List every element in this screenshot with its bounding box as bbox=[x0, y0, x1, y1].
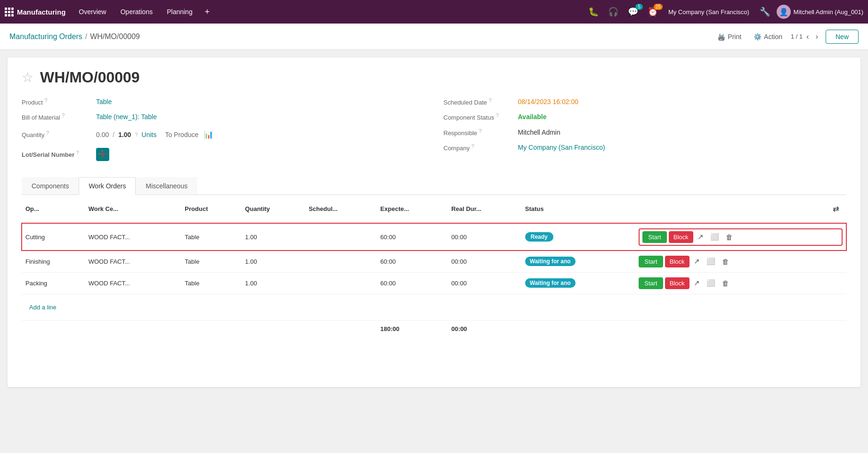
col-expected: Expecte... bbox=[377, 195, 448, 223]
user-menu[interactable]: 👤 Mitchell Admin (Aug_001) bbox=[777, 5, 863, 19]
tabs: Components Work Orders Miscellaneous bbox=[22, 177, 846, 195]
row1-delete-icon[interactable]: 🗑 bbox=[723, 232, 735, 243]
company-value[interactable]: My Company (San Francisco) bbox=[518, 144, 605, 151]
component-status-label: Component Status ? bbox=[444, 113, 514, 121]
row1-block-button[interactable]: Block bbox=[669, 231, 693, 243]
row1-product[interactable]: Table bbox=[181, 223, 241, 251]
col-operation: Op... bbox=[22, 195, 85, 223]
scheduled-date-value[interactable]: 08/14/2023 16:02:00 bbox=[518, 98, 578, 105]
row3-tablet-icon[interactable]: ⬜ bbox=[704, 277, 718, 289]
grid-icon bbox=[5, 8, 13, 16]
lot-field-row: Lot/Serial Number ? ➕ bbox=[22, 148, 425, 161]
totals-empty2 bbox=[521, 320, 846, 337]
row3-work-center[interactable]: WOOD FACT... bbox=[85, 272, 181, 294]
responsible-label: Responsible ? bbox=[444, 128, 514, 137]
next-record-button[interactable]: › bbox=[813, 31, 821, 43]
row1-external-link-icon[interactable]: ↗ bbox=[695, 231, 706, 243]
status-waiting-badge-3: Waiting for ano bbox=[525, 278, 576, 288]
col-actions: ⇄ bbox=[635, 195, 846, 223]
col-quantity: Quantity bbox=[241, 195, 305, 223]
action-label: Action bbox=[764, 33, 782, 40]
print-button[interactable]: 🖨️ Print bbox=[714, 31, 745, 42]
row3-delete-icon[interactable]: 🗑 bbox=[720, 278, 731, 289]
row3-action-cell: Start Block ↗ ⬜ 🗑 bbox=[639, 277, 843, 289]
app-brand[interactable]: Manufacturing bbox=[5, 8, 65, 16]
qty-label: Quantity ? bbox=[22, 130, 92, 138]
row2-operation[interactable]: Finishing bbox=[22, 251, 85, 272]
row3-operation[interactable]: Packing bbox=[22, 272, 85, 294]
qty-produced[interactable]: 0.00 bbox=[96, 131, 109, 138]
form-left-col: Product ? Table Bill of Material ? Table… bbox=[22, 97, 425, 168]
row1-scheduled bbox=[305, 223, 376, 251]
row2-external-link-icon[interactable]: ↗ bbox=[691, 256, 702, 267]
tab-components[interactable]: Components bbox=[22, 177, 79, 194]
main-content: ☆ WH/MO/00009 Product ? Table Bill of Ma… bbox=[8, 57, 860, 387]
row1-work-center[interactable]: WOOD FACT... bbox=[85, 223, 181, 251]
messaging-icon[interactable]: 💬 5 bbox=[625, 5, 641, 19]
table-settings-icon[interactable]: ⇄ bbox=[829, 200, 843, 218]
row2-tablet-icon[interactable]: ⬜ bbox=[704, 256, 718, 267]
col-work-center: Work Ce... bbox=[85, 195, 181, 223]
row3-block-button[interactable]: Block bbox=[665, 277, 690, 289]
row3-start-button[interactable]: Start bbox=[639, 277, 663, 289]
prev-record-button[interactable]: ‹ bbox=[803, 31, 811, 43]
settings-icon[interactable]: 🔧 bbox=[757, 5, 773, 19]
add-line-row: Add a line bbox=[22, 294, 846, 320]
action-button[interactable]: ⚙️ Action bbox=[750, 31, 786, 42]
qty-separator: / bbox=[113, 131, 114, 138]
navbar: Manufacturing Overview Operations Planni… bbox=[0, 0, 868, 24]
bom-field-row: Bill of Material ? Table (new_1): Table bbox=[22, 113, 425, 121]
lot-add-button[interactable]: ➕ bbox=[96, 148, 109, 161]
qty-help: ? bbox=[46, 130, 49, 136]
row1-expected: 60:00 bbox=[377, 223, 448, 251]
bom-value[interactable]: Table (new_1): Table bbox=[96, 113, 157, 121]
nav-overview[interactable]: Overview bbox=[73, 5, 112, 18]
lot-label: Lot/Serial Number ? bbox=[22, 150, 92, 158]
debug-icon[interactable]: 🐛 bbox=[585, 5, 601, 19]
component-status-value: Available bbox=[518, 113, 547, 121]
support-icon[interactable]: 🎧 bbox=[605, 5, 621, 19]
company-label: Company ? bbox=[444, 143, 514, 152]
forecast-icon[interactable]: 📊 bbox=[202, 128, 215, 141]
qty-unit[interactable]: Units bbox=[142, 131, 157, 138]
nav-add-button[interactable]: + bbox=[201, 5, 214, 19]
form-title-row: ☆ WH/MO/00009 bbox=[22, 69, 846, 86]
row1-start-button[interactable]: Start bbox=[642, 231, 666, 243]
nav-planning[interactable]: Planning bbox=[161, 5, 198, 18]
totals-empty bbox=[22, 320, 377, 337]
tab-work-orders[interactable]: Work Orders bbox=[79, 177, 136, 195]
row2-block-button[interactable]: Block bbox=[665, 256, 690, 267]
row3-external-link-icon[interactable]: ↗ bbox=[691, 277, 702, 289]
responsible-value[interactable]: Mitchell Admin bbox=[518, 129, 560, 136]
new-button[interactable]: New bbox=[826, 30, 859, 44]
bom-help: ? bbox=[62, 113, 65, 118]
nav-operations[interactable]: Operations bbox=[115, 5, 158, 18]
row3-quantity[interactable]: 1.00 bbox=[241, 272, 305, 294]
row1-tablet-icon[interactable]: ⬜ bbox=[708, 231, 722, 243]
breadcrumb-actions: 🖨️ Print ⚙️ Action 1 / 1 ‹ › New bbox=[714, 30, 859, 44]
product-help: ? bbox=[44, 97, 47, 103]
row2-action-cell: Start Block ↗ ⬜ 🗑 bbox=[639, 256, 843, 267]
status-ready-badge: Ready bbox=[525, 232, 553, 242]
row2-product[interactable]: Table bbox=[181, 251, 241, 272]
row3-product[interactable]: Table bbox=[181, 272, 241, 294]
product-value[interactable]: Table bbox=[96, 98, 112, 105]
scheduled-date-label: Scheduled Date ? bbox=[444, 97, 514, 106]
row2-delete-icon[interactable]: 🗑 bbox=[720, 256, 731, 267]
responsible-field-row: Responsible ? Mitchell Admin bbox=[444, 128, 847, 137]
form-right-col: Scheduled Date ? 08/14/2023 16:02:00 Com… bbox=[444, 97, 847, 168]
gear-icon: ⚙️ bbox=[754, 33, 762, 40]
add-line-button[interactable]: Add a line bbox=[25, 299, 60, 315]
qty-total[interactable]: 1.00 bbox=[118, 131, 131, 138]
row2-work-center[interactable]: WOOD FACT... bbox=[85, 251, 181, 272]
messaging-badge: 5 bbox=[635, 4, 643, 10]
company-name[interactable]: My Company (San Francisco) bbox=[665, 8, 753, 16]
row1-operation[interactable]: Cutting bbox=[22, 223, 85, 251]
row2-quantity[interactable]: 1.00 bbox=[241, 251, 305, 272]
row2-start-button[interactable]: Start bbox=[639, 256, 663, 267]
row1-quantity[interactable]: 1.00 bbox=[241, 223, 305, 251]
tab-miscellaneous[interactable]: Miscellaneous bbox=[136, 177, 197, 194]
breadcrumb-parent[interactable]: Manufacturing Orders bbox=[9, 32, 82, 41]
activity-icon[interactable]: ⏰ 25 bbox=[645, 5, 661, 19]
favorite-icon[interactable]: ☆ bbox=[22, 70, 33, 85]
